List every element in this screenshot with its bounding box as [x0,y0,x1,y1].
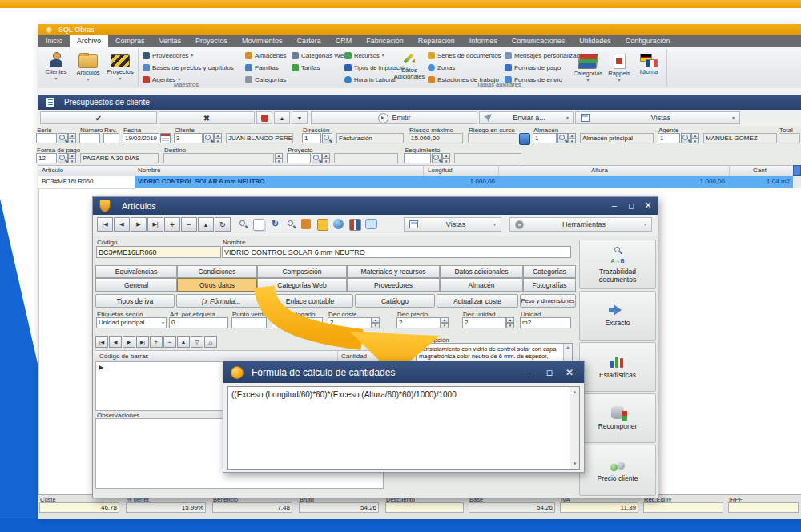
nombre-input[interactable]: VIDRIO CONTROL SOLAR 6 mm NEUTRO [222,246,571,258]
ribbon-item-almacenes[interactable]: Almacenes [245,50,287,60]
punto-verde-input[interactable] [231,317,267,328]
tab-fabricacion[interactable]: Fabricación [359,35,411,47]
serie-search-button[interactable] [58,133,68,143]
dec-unidad-spinner[interactable] [506,317,514,328]
globe-icon[interactable] [333,219,344,229]
formula-button[interactable]: ƒx Fórmula... [176,294,265,308]
tab-datos-adicionales[interactable]: Datos adicionales [440,265,523,278]
maximize-button[interactable]: ◻ [625,200,638,211]
delete-record-button[interactable] [181,217,197,232]
enlace-contable-button[interactable]: Enlace contable [267,294,353,308]
tab-archivo[interactable]: Archivo [70,35,108,47]
dialog-vistas-button[interactable]: Vistas [404,217,501,232]
bc-delete-button[interactable] [163,336,176,348]
recomponer-button[interactable]: Recomponer [579,393,656,443]
tab-composicion[interactable]: Composición [257,265,347,278]
edit-record-button[interactable] [198,217,214,232]
ribbon-item-bases-precios[interactable]: Bases de precios y capítulos [143,62,234,72]
cliente-search-button[interactable] [203,133,214,143]
bc-edit-button[interactable] [177,336,190,348]
grid-scrollbar-thumb[interactable] [793,165,801,176]
ribbon-item-proveedores[interactable]: Proveedores [143,50,193,60]
tab-equivalencias[interactable]: Equivalencias [95,265,177,278]
bc-prev-button[interactable] [109,336,122,348]
destino-input[interactable] [163,153,274,163]
dec-precio-input[interactable]: 2 [396,317,441,328]
art-etiqueta-input[interactable]: 0 [169,317,228,328]
serie-input[interactable] [36,133,57,143]
report-icon[interactable] [349,219,361,231]
proyecto-spinner[interactable] [322,153,330,163]
tab-categorias[interactable]: Categorías [523,265,576,278]
add-record-button[interactable] [164,217,180,232]
row-altura[interactable]: 1.000,00 [653,178,725,185]
bc-next-button[interactable] [123,336,135,348]
tab-otros-datos[interactable]: Otros datos [177,278,257,292]
cliente-input[interactable]: 3 [174,133,203,143]
refresh-button[interactable] [215,217,231,232]
tab-categorias-web[interactable]: Categorías Web [257,278,347,292]
minimize-button[interactable]: ─ [608,200,621,211]
formula-close-button[interactable]: ✕ [563,367,576,377]
clipboard-icon[interactable] [317,219,328,231]
forma-pago-search-button[interactable] [58,153,68,163]
formula-maximize-button[interactable]: ◻ [543,367,556,377]
direccion-input[interactable]: 1 [302,133,321,143]
copy-icon[interactable] [253,219,264,231]
col-altura[interactable]: Altura [591,167,608,174]
ribbon-item-formas-pago[interactable]: Formas de pago [505,62,561,72]
tab-materiales-recursos[interactable]: Materiales y recursos [347,265,440,278]
tab-utilidades[interactable]: Utilidades [572,35,618,47]
ribbon-button-categorias-big[interactable]: Categorías [572,49,604,87]
actualizar-coste-button[interactable]: Actualizar coste [437,294,518,308]
seguimiento-spinner[interactable] [442,153,450,163]
col-nombre[interactable]: Nombre [138,167,160,174]
ribbon-item-recursos[interactable]: Recursos [344,50,384,60]
catalogo-button[interactable]: Catálogo [355,294,435,308]
ribbon-item-tarifas[interactable]: Tarifas [292,62,320,72]
move-up-button[interactable] [274,111,290,124]
descatalogado-select[interactable]: No [272,317,323,328]
tab-fotografias[interactable]: Fotografías [523,278,576,292]
window-titlebar[interactable]: SQL Obras [38,24,801,35]
emitir-button[interactable]: Emitir [311,111,477,124]
nav-prev-button[interactable] [114,217,130,232]
col-longitud[interactable]: Longitud [428,167,453,174]
tab-crm[interactable]: CRM [328,35,360,47]
row-nombre[interactable]: VIDRIO CONTROL SOLAR 6 mm NEUTRO [138,178,265,185]
destino-spinner[interactable] [275,153,283,163]
bc-add-button[interactable] [150,336,163,348]
dec-coste-input[interactable]: 2 [328,317,372,328]
proyecto-input[interactable] [287,153,311,163]
tab-almacen[interactable]: Almacén [440,278,523,292]
tab-proveedores[interactable]: Proveedores [347,278,440,292]
agente-spinner[interactable] [691,133,699,143]
import-icon[interactable] [301,219,311,229]
serie-spinner[interactable] [68,133,76,143]
col-cant[interactable]: Cant [753,167,767,174]
cliente-spinner[interactable] [214,133,222,143]
bc-cancel-button[interactable] [204,336,217,348]
herramientas-button[interactable]: Herramientas [509,217,652,232]
tab-proyectos[interactable]: Proyectos [188,35,235,47]
bc-last-button[interactable] [136,336,149,348]
ribbon-item-horario-laboral[interactable]: Horario Laboral [344,75,396,84]
row-longitud[interactable]: 1.000,00 [423,178,495,185]
articulos-titlebar[interactable]: Artículos [93,197,658,215]
ribbon-item-zonas[interactable]: Zonas [428,62,455,72]
delete-button[interactable] [256,111,272,124]
vistas-button[interactable]: Vistas [575,111,740,124]
ledger-icon[interactable] [519,133,530,145]
extracto-button[interactable]: Extracto [579,291,656,341]
bc-first-button[interactable] [95,336,108,348]
preview-icon[interactable] [285,218,297,230]
col-articulo[interactable]: Artículo [42,167,63,174]
dec-coste-spinner[interactable] [372,317,380,328]
bc-post-button[interactable] [191,336,203,348]
ribbon-button-idioma[interactable]: Idioma [634,49,663,87]
proyecto-search-button[interactable] [312,153,322,163]
precio-cliente-button[interactable]: Precio cliente [579,445,656,496]
nav-last-button[interactable] [147,217,163,232]
seguimiento-input[interactable] [404,153,431,163]
almacen-spinner[interactable] [568,133,576,143]
